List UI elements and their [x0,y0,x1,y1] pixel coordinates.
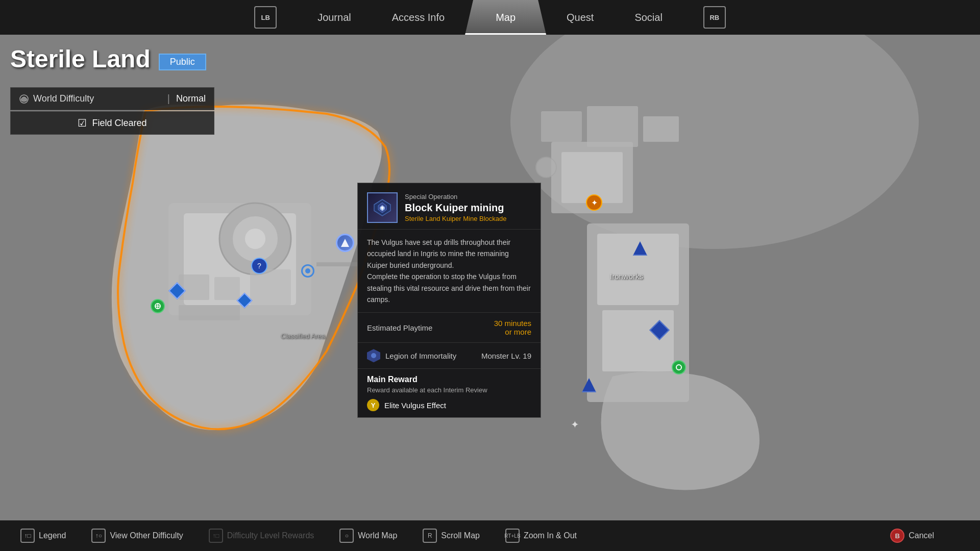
bottom-bar: ↑□ Legend ↑○ View Other Difficulty ↑□ Di… [0,520,980,551]
field-cleared-row: ☑ Field Cleared [10,111,214,135]
top-navigation: LB Journal Access Info Map Quest Social … [0,0,980,35]
marker-diamond-2[interactable] [239,295,250,306]
marker-arrow-1[interactable] [633,241,647,256]
world-name: Sterile Land [10,45,151,73]
bottom-difficulty-rewards[interactable]: ↑□ Difficulty Level Rewards [209,529,314,543]
marker-star[interactable]: ✦ [571,418,579,431]
svg-point-6 [245,229,265,249]
marker-diamond-1[interactable] [171,285,183,297]
public-badge: Public [159,54,206,70]
svg-rect-11 [602,310,674,371]
marker-green-1[interactable] [151,299,165,313]
svg-point-32 [371,353,376,358]
operation-popup: Special Operation Block Kuiper mining St… [357,183,541,418]
scroll-icon: R [423,529,437,543]
operation-icon [367,192,398,223]
bottom-cancel[interactable]: B Cancel [890,529,934,543]
nav-item-journal[interactable]: Journal [297,0,372,35]
popup-playtime: Estimated Playtime 30 minutesor more [358,313,541,343]
operation-type: Special Operation [405,193,506,201]
svg-rect-12 [179,274,209,300]
operation-subtitle: Sterile Land Kuiper Mine Blockade [405,215,506,222]
reward-item: Y Elite Vulgus Effect [367,399,531,411]
trigger-icon-2: ↑○ [91,529,106,543]
popup-reward: Main Reward Reward available at each Int… [358,369,541,417]
trigger-icon: ↑□ [20,529,35,543]
bottom-world-map[interactable]: ○ World Map [339,529,397,543]
nav-item-map[interactable]: Map [465,0,546,35]
nav-rb-button[interactable]: RB [683,0,746,35]
operation-name: Block Kuiper mining [405,202,506,214]
svg-rect-13 [214,277,240,300]
left-panel: Sterile Land Public World Difficulty | N… [10,45,214,135]
svg-marker-22 [341,239,349,247]
checkmark-icon: ☑ [78,117,87,129]
svg-point-26 [676,365,681,370]
lb-icon: LB [254,6,277,29]
svg-rect-15 [250,269,291,305]
marker-crosshair-1[interactable] [301,264,314,278]
bottom-legend[interactable]: ↑□ Legend [20,529,66,543]
bottom-zoom[interactable]: RT+LB Zoom In & Out [505,529,577,543]
svg-rect-16 [541,111,582,142]
difficulty-icon [19,94,29,104]
nav-item-social[interactable]: Social [614,0,682,35]
nav-lb-button[interactable]: LB [234,0,297,35]
desc-text: The Vulgus have set up drills throughout… [367,238,531,304]
svg-rect-14 [179,305,240,320]
marker-arrow-2[interactable] [652,323,667,337]
y-button-icon: Y [367,399,379,411]
marker-arrow-3[interactable] [582,378,596,392]
info-rows: World Difficulty | Normal ☑ Field Cleare… [10,87,214,135]
marker-green-2[interactable] [672,360,686,374]
b-button-icon: B [890,529,904,543]
marker-question[interactable]: ? [251,258,267,274]
world-difficulty-row: World Difficulty | Normal [10,87,214,110]
marker-active-operation[interactable] [336,234,354,252]
main-content: ? ✦ Ironworks Classified Area ✦ [0,35,980,520]
bottom-scroll-map[interactable]: R Scroll Map [423,529,480,543]
rt-icon: RT+LB [505,529,520,543]
trigger-icon-3: ↑□ [209,529,223,543]
popup-header: Special Operation Block Kuiper mining St… [358,183,541,230]
svg-point-19 [536,157,556,178]
nav-item-quest[interactable]: Quest [546,0,614,35]
rb-icon: RB [703,6,726,29]
svg-rect-17 [587,106,638,147]
ironworks-label: Ironworks [610,272,643,281]
svg-rect-18 [643,116,679,142]
marker-orange[interactable]: ✦ [586,194,602,211]
nav-item-access-info[interactable]: Access Info [372,0,465,35]
classified-label: Classified Area [281,332,325,340]
bumper-icon: ○ [339,529,354,543]
faction-icon [367,349,380,362]
popup-description: The Vulgus have set up drills throughout… [358,230,541,313]
popup-faction: Legion of Immortality Monster Lv. 19 [358,343,541,369]
bottom-view-other-difficulty[interactable]: ↑○ View Other Difficulty [91,529,183,543]
operation-title-area: Special Operation Block Kuiper mining St… [405,193,506,222]
